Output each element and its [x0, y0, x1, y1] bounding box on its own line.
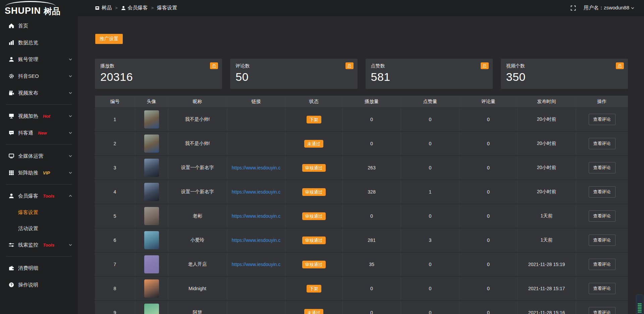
cell-number: 9: [95, 301, 135, 314]
sidebar-item-label: 抖客通: [18, 130, 33, 136]
main-area: 树品>会员爆客>爆客设置 用户名：zswodun88 推广设置 播放数20316…: [78, 0, 644, 314]
cell-publish-time: 2021-11-28 15:19: [518, 253, 576, 276]
cell-avatar: [135, 132, 168, 155]
sidebar-badge-New: New: [38, 130, 47, 136]
cell-likes: 0: [401, 204, 460, 228]
sidebar-subitem-爆客设置[interactable]: 爆客设置: [0, 204, 78, 220]
cell-publish-time: 2021-11-28 15:17: [518, 277, 576, 300]
sidebar-item-账号管理[interactable]: 账号管理: [0, 51, 78, 68]
sidebar-subitem-活动设置[interactable]: 活动设置: [0, 220, 78, 237]
stat-card-label: 播放数: [100, 63, 217, 69]
cell-action: 查看评论: [576, 132, 628, 155]
cell-comments: 0: [460, 108, 518, 131]
user-icon: [9, 57, 14, 62]
view-comments-button[interactable]: 查看评论: [589, 186, 615, 198]
cell-link: https://www.iesdouyin.c: [227, 156, 285, 179]
chevron-down-icon: [68, 91, 72, 95]
cell-likes: 0: [401, 277, 460, 300]
cell-plays: 0: [342, 108, 401, 131]
view-comments-button[interactable]: 查看评论: [589, 283, 615, 294]
sidebar-item-视频加热[interactable]: 视频加热Hot: [0, 108, 78, 124]
sidebar-item-label: 全媒体运营: [18, 153, 43, 159]
view-comments-button[interactable]: 查看评论: [589, 162, 615, 173]
sidebar-divider: [6, 144, 72, 145]
avatar: [144, 159, 159, 177]
sidebar-item-label: 消费明细: [18, 265, 38, 271]
sidebar-item-抖音SEO[interactable]: 抖音SEO: [0, 68, 78, 85]
cell-comments: 0: [460, 253, 518, 276]
logo-text-zh: 树品: [44, 7, 60, 15]
stat-card-label: 点赞数: [371, 63, 487, 69]
cell-number: 5: [95, 204, 135, 228]
breadcrumb-item-树品[interactable]: 树品: [95, 5, 112, 11]
sidebar-item-操作说明[interactable]: ?操作说明: [0, 276, 78, 293]
app-logo[interactable]: SHUPIN 树品: [0, 0, 78, 16]
sidebar-item-会员爆客[interactable]: 会员爆客Tools: [0, 188, 78, 204]
cell-number: 1: [95, 108, 135, 131]
home-icon: [9, 23, 14, 29]
sidebar-item-抖客通[interactable]: 抖客通New: [0, 124, 78, 141]
cell-link: [227, 301, 285, 314]
sidebar-item-全媒体运营[interactable]: 全媒体运营: [0, 148, 78, 164]
view-comments-button[interactable]: 查看评论: [589, 234, 615, 246]
view-comments-button[interactable]: 查看评论: [589, 114, 615, 125]
cell-plays: 328: [342, 180, 401, 204]
sidebar-item-首页[interactable]: 首页: [0, 17, 78, 34]
table-row: 4设置一个新名字https://www.iesdouyin.c审核通过32810…: [95, 180, 628, 204]
cell-comments: 0: [460, 301, 518, 314]
stat-card-value: 350: [506, 70, 623, 84]
sidebar-item-label: 线索监控: [18, 242, 38, 248]
cell-nickname: 我不是小帅!: [168, 132, 227, 155]
sidebar-item-消费明细[interactable]: 消费明细: [0, 260, 78, 276]
video-link[interactable]: https://www.iesdouyin.c: [232, 262, 281, 267]
heat-icon: [9, 113, 14, 119]
bar-chart-icon: [9, 40, 14, 45]
status-badge: 审核通过: [302, 212, 326, 220]
cell-status: 下架: [285, 277, 342, 300]
sidebar-divider: [6, 104, 72, 105]
floating-widget[interactable]: [636, 295, 643, 314]
cell-avatar: [135, 180, 168, 204]
breadcrumb-item-会员爆客[interactable]: 会员爆客: [121, 5, 148, 11]
view-comments-button[interactable]: 查看评论: [589, 210, 615, 222]
avatar: [144, 110, 159, 128]
logo-text-en: SHUPIN: [5, 6, 41, 15]
video-link[interactable]: https://www.iesdouyin.c: [232, 213, 281, 219]
sidebar-item-label: 矩阵助推: [18, 170, 38, 176]
wallet-icon: [9, 265, 14, 271]
view-comments-button[interactable]: 查看评论: [589, 259, 615, 270]
promo-settings-button[interactable]: 推广设置: [95, 34, 123, 44]
view-comments-button[interactable]: 查看评论: [589, 307, 615, 314]
video-link[interactable]: https://www.iesdouyin.c: [232, 165, 281, 170]
sidebar-item-线索监控[interactable]: 线索监控Tools: [0, 237, 78, 253]
sidebar-divider: [6, 256, 72, 257]
cell-avatar: [135, 253, 168, 276]
cell-nickname: 老人开店: [168, 253, 227, 276]
cell-comments: 0: [460, 204, 518, 228]
user-icon: [121, 6, 126, 10]
data-table: 编号头像昵称链接状态播放量点赞量评论量发布时间操作1我不是小帅!下架00020小…: [95, 96, 628, 314]
sidebar-item-视频发布[interactable]: 视频发布: [0, 85, 78, 101]
video-link[interactable]: https://www.iesdouyin.c: [232, 189, 281, 195]
table-header-发布时间: 发布时间: [518, 96, 576, 107]
app-icon: [95, 6, 100, 10]
cell-status: 未通过: [285, 301, 342, 314]
cell-nickname: 小爱玲: [168, 228, 227, 252]
view-comments-button[interactable]: 查看评论: [589, 138, 615, 149]
cell-likes: 0: [401, 108, 460, 131]
sidebar-divider: [6, 184, 72, 185]
table-row: 8Midnight下架0002021-11-28 15:17查看评论: [95, 277, 628, 301]
avatar: [144, 304, 159, 314]
sidebar-item-矩阵助推[interactable]: 矩阵助推VIP: [0, 164, 78, 181]
user-dropdown[interactable]: 用户名：zswodun88: [584, 5, 635, 11]
table-header-昵称: 昵称: [168, 96, 227, 107]
breadcrumb-label: 爆客设置: [157, 5, 177, 11]
video-link[interactable]: https://www.iesdouyin.c: [232, 238, 281, 243]
cell-action: 查看评论: [576, 253, 628, 276]
chevron-down-icon: [631, 6, 635, 10]
table-row: 5老彬https://www.iesdouyin.c审核通过0001天前查看评论: [95, 204, 628, 228]
cell-number: 8: [95, 277, 135, 300]
fullscreen-icon[interactable]: [570, 5, 576, 11]
status-badge: 审核通过: [302, 237, 326, 244]
sidebar-item-数据总览[interactable]: 数据总览: [0, 34, 78, 51]
